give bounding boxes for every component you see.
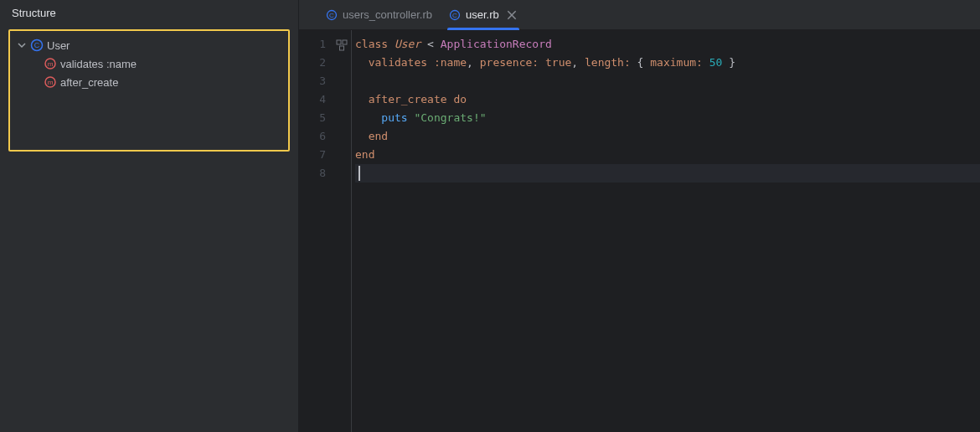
- tree-node-label: User: [47, 39, 70, 52]
- line-number: 7: [299, 146, 326, 164]
- svg-text:m: m: [48, 60, 54, 68]
- code-line: [355, 72, 980, 90]
- ruby-class-icon: C: [326, 9, 338, 21]
- svg-text:C: C: [452, 12, 457, 19]
- class-icon: C: [30, 39, 44, 52]
- tree-node-label: validates :name: [60, 58, 137, 70]
- code-line: puts "Congrats!": [355, 109, 980, 127]
- code-line: end: [355, 146, 980, 164]
- line-number: 8: [299, 164, 326, 183]
- tab-label: users_controller.rb: [343, 8, 432, 21]
- code-line: after_create do: [355, 90, 980, 109]
- tree-node-user[interactable]: C User: [10, 36, 288, 54]
- caret: [358, 166, 360, 181]
- line-number: 2: [299, 54, 326, 72]
- structure-panel: Structure C User m validates :name m aft…: [0, 0, 299, 432]
- tree-node-label: after_create: [60, 76, 118, 89]
- tab-bar: C users_controller.rb C user.rb: [299, 0, 980, 30]
- gutter-icons: [333, 35, 351, 432]
- line-number: 1: [299, 35, 326, 54]
- line-numbers: 1 2 3 4 5 6 7 8: [299, 35, 333, 432]
- code-editor[interactable]: 1 2 3 4 5 6 7 8 class User < Application…: [299, 30, 980, 432]
- line-number: 4: [299, 90, 326, 109]
- structure-tree-highlighted: C User m validates :name m after_create: [8, 29, 290, 152]
- method-icon: m: [44, 57, 57, 70]
- gutter: 1 2 3 4 5 6 7 8: [299, 30, 352, 432]
- svg-rect-10: [337, 40, 341, 44]
- tree-node-validates[interactable]: m validates :name: [10, 54, 288, 73]
- tab-user[interactable]: C user.rb: [441, 0, 526, 30]
- code-line: validates :name, presence: true, length:…: [355, 54, 980, 72]
- svg-text:C: C: [329, 12, 334, 19]
- editor-area: C users_controller.rb C user.rb 1 2 3 4 …: [299, 0, 980, 432]
- code-content[interactable]: class User < ApplicationRecord validates…: [352, 30, 980, 432]
- tab-label: user.rb: [466, 8, 499, 21]
- svg-text:C: C: [34, 41, 40, 49]
- line-number: 3: [299, 72, 326, 90]
- svg-rect-11: [343, 40, 347, 44]
- ruby-class-icon: C: [449, 9, 461, 21]
- line-number: 5: [299, 109, 326, 127]
- code-line: end: [355, 127, 980, 146]
- code-line: class User < ApplicationRecord: [355, 35, 980, 54]
- tree-node-after-create[interactable]: m after_create: [10, 73, 288, 91]
- line-number: 6: [299, 127, 326, 146]
- code-line-current: [355, 164, 980, 183]
- method-icon: m: [44, 75, 57, 89]
- svg-text:m: m: [48, 79, 54, 86]
- close-icon[interactable]: [506, 9, 518, 21]
- structure-title: Structure: [0, 0, 298, 26]
- chevron-down-icon[interactable]: [15, 39, 28, 52]
- svg-rect-12: [340, 46, 344, 50]
- tab-users-controller[interactable]: C users_controller.rb: [317, 0, 441, 30]
- inheritors-icon[interactable]: [336, 39, 348, 50]
